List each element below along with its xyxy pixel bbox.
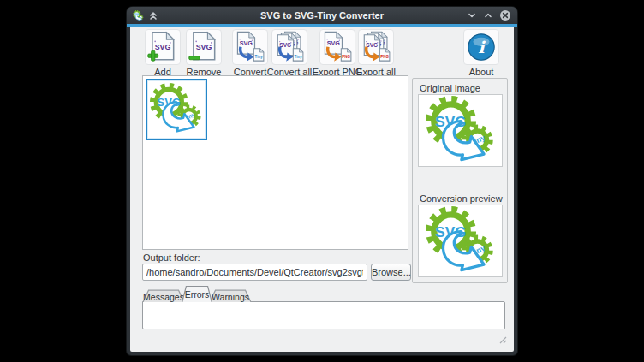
window-title: SVG to SVG-Tiny Converter	[127, 10, 517, 21]
about-button[interactable]: i About	[457, 29, 505, 77]
minimize-icon[interactable]	[467, 10, 477, 21]
log-output-area[interactable]	[142, 301, 505, 329]
original-image-label: Original image	[420, 83, 480, 93]
conversion-preview-image	[418, 205, 503, 277]
file-list-item-selected[interactable]	[146, 79, 207, 140]
svg-doc-stack-blue-arrow-tiny-icon	[271, 29, 307, 65]
output-folder-input[interactable]	[142, 264, 367, 281]
remove-button[interactable]: Remove	[180, 29, 228, 77]
svg-tiny-logo-converted	[426, 206, 496, 276]
tab-errors[interactable]: Errors	[182, 285, 212, 302]
tab-warnings[interactable]: Warnings	[209, 289, 252, 302]
svg-doc-orange-arrow-png-icon	[319, 29, 355, 65]
maximize-icon[interactable]	[483, 10, 493, 21]
svg-tiny-logo-original	[426, 96, 496, 166]
export-all-button[interactable]: Export all	[352, 29, 400, 77]
app-icon	[133, 10, 144, 21]
convert-all-button[interactable]: Convert all	[264, 29, 315, 77]
log-tabbar: Messages Errors Warnings	[142, 285, 248, 302]
preview-panel: Original image Conversion preview	[412, 78, 508, 283]
svg-doc-stack-orange-arrow-png-icon	[358, 29, 394, 65]
keep-above-icon[interactable]	[148, 10, 158, 21]
tab-messages[interactable]: Messages	[142, 289, 185, 302]
svg-tiny-logo-thumbnail	[150, 83, 203, 136]
output-folder-label: Output folder:	[143, 252, 200, 263]
file-list[interactable]	[142, 75, 408, 250]
original-image-preview	[418, 94, 503, 167]
tab-messages-label: Messages	[142, 289, 185, 302]
app-window: SVG to SVG-Tiny Converter	[127, 7, 517, 355]
tab-errors-label: Errors	[182, 285, 212, 302]
svg-doc-plus-icon	[145, 29, 181, 65]
browse-button[interactable]: Browse...	[371, 264, 411, 281]
svg-doc-blue-arrow-tiny-icon	[232, 29, 268, 65]
tab-warnings-label: Warnings	[209, 289, 252, 302]
resize-grip[interactable]	[498, 332, 507, 347]
close-icon[interactable]	[499, 9, 511, 21]
svg-doc-minus-icon	[186, 29, 222, 65]
conversion-preview-label: Conversion preview	[420, 193, 503, 204]
about-label: About	[457, 67, 505, 77]
main-content: Add Remove Convert	[130, 27, 514, 352]
titlebar[interactable]: SVG to SVG-Tiny Converter	[127, 7, 517, 24]
info-icon: i	[463, 29, 499, 65]
